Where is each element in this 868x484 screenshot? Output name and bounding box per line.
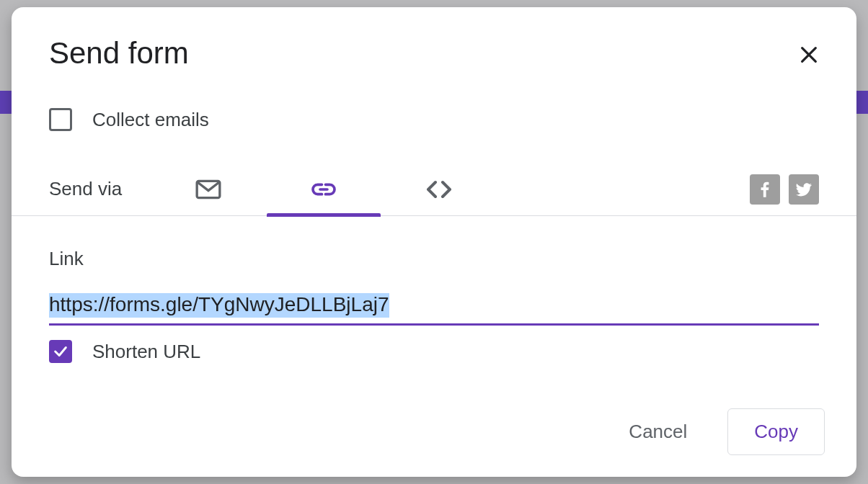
facebook-icon xyxy=(756,180,774,199)
dialog-header: Send form xyxy=(12,7,856,71)
link-heading: Link xyxy=(49,248,819,270)
embed-icon xyxy=(425,175,453,204)
close-button[interactable] xyxy=(794,40,823,69)
active-tab-indicator xyxy=(267,213,381,217)
cancel-button[interactable]: Cancel xyxy=(614,411,701,453)
tab-email[interactable] xyxy=(151,163,266,216)
send-via-row: Send via xyxy=(12,131,856,216)
close-icon xyxy=(797,43,820,66)
collect-emails-row: Collect emails xyxy=(12,71,856,131)
copy-button[interactable]: Copy xyxy=(727,408,825,455)
send-via-label: Send via xyxy=(49,178,122,200)
dialog-actions: Cancel Copy xyxy=(12,408,856,477)
collect-emails-checkbox[interactable] xyxy=(49,108,72,131)
email-icon xyxy=(194,175,223,204)
share-twitter-button[interactable] xyxy=(789,174,819,205)
check-icon xyxy=(53,344,68,359)
social-share xyxy=(750,174,819,205)
shorten-url-label: Shorten URL xyxy=(92,341,200,363)
link-section: Link https://forms.gle/TYgNwyJeDLLBjLaj7… xyxy=(12,216,856,408)
tab-embed[interactable] xyxy=(381,163,497,216)
shorten-url-row: Shorten URL xyxy=(49,340,819,363)
share-facebook-button[interactable] xyxy=(750,174,780,205)
send-form-dialog: Send form Collect emails Send via xyxy=(12,7,856,477)
link-url-value: https://forms.gle/TYgNwyJeDLLBjLaj7 xyxy=(49,293,389,318)
link-url-field[interactable]: https://forms.gle/TYgNwyJeDLLBjLaj7 xyxy=(49,293,819,326)
dialog-title: Send form xyxy=(49,36,189,71)
tab-link[interactable] xyxy=(266,163,381,216)
link-icon xyxy=(309,175,338,204)
shorten-url-checkbox[interactable] xyxy=(49,340,72,363)
twitter-icon xyxy=(794,180,813,199)
collect-emails-label: Collect emails xyxy=(92,109,209,131)
